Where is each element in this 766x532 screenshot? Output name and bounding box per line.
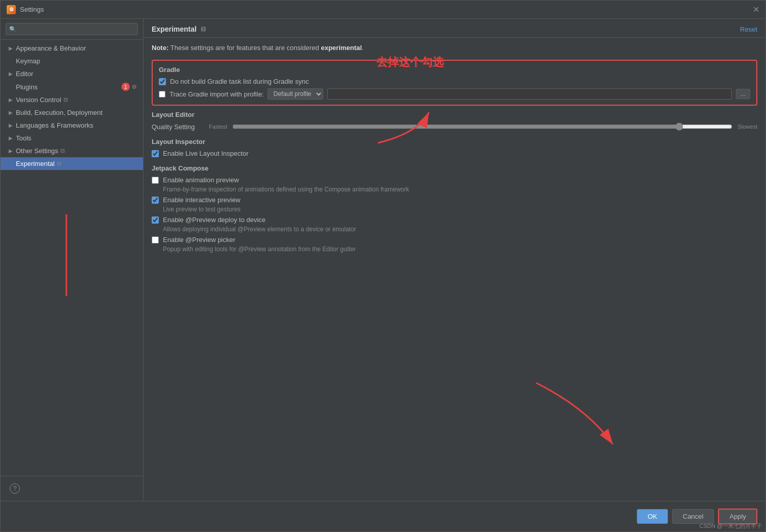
sidebar-item-version-control[interactable]: ▶ Version Control ⊟	[1, 93, 143, 106]
sidebar: 🔍 ▶ Appearance & Behavior Keymap ▶ Edito…	[1, 19, 143, 501]
settings-icon: ⊟	[60, 148, 65, 154]
preview-picker-checkbox[interactable]	[152, 236, 159, 244]
trace-checkbox[interactable]	[159, 91, 165, 98]
sidebar-item-other-settings[interactable]: ▶ Other Settings ⊟	[1, 144, 143, 157]
interactive-preview-sub: Live preview to test gestures	[163, 206, 757, 213]
sidebar-item-label: Build, Execution, Deployment	[16, 109, 103, 116]
layout-editor-section: Layout Editor Quality Setting Fastest Sl…	[152, 111, 757, 131]
sidebar-item-label: Plugins	[16, 83, 38, 91]
close-button[interactable]: ✕	[753, 5, 759, 14]
gradle-checkbox1[interactable]	[159, 78, 166, 85]
note-text: Note: These settings are for features th…	[152, 44, 757, 52]
restore-icon: ⊟	[201, 26, 206, 33]
animation-preview-row: Enable animation preview	[152, 176, 757, 184]
sidebar-item-build[interactable]: ▶ Build, Execution, Deployment	[1, 106, 143, 119]
deploy-device-sub: Allows deploying individual @Preview ele…	[163, 226, 757, 233]
experimental-icon: ⊟	[57, 160, 61, 167]
preview-picker-row: Enable @Preview picker	[152, 236, 757, 244]
live-layout-inspector-checkbox[interactable]	[152, 150, 159, 157]
deploy-device-label: Enable @Preview deploy to device	[163, 216, 266, 224]
animation-preview-label: Enable animation preview	[163, 176, 239, 184]
gradle-checkbox1-label: Do not build Gradle task list during Gra…	[170, 78, 309, 85]
live-layout-inspector-row: Enable Live Layout Inspector	[152, 150, 757, 157]
note-label: Note:	[152, 44, 169, 52]
quality-min-label: Fastest	[209, 124, 227, 130]
sidebar-item-keymap[interactable]: Keymap	[1, 55, 143, 67]
cancel-button[interactable]: Cancel	[672, 509, 714, 524]
animation-preview-checkbox[interactable]	[152, 177, 159, 184]
arrow-icon: ▶	[9, 123, 13, 128]
quality-slider[interactable]	[232, 123, 732, 131]
help-icon: ?	[10, 483, 20, 494]
jetpack-compose-title: Jetpack Compose	[152, 164, 757, 172]
settings-small-icon: ⚙	[132, 84, 137, 90]
arrow-icon: ▶	[9, 97, 13, 103]
arrow-icon: ▶	[9, 135, 13, 141]
window-title: Settings	[20, 6, 44, 13]
interactive-preview-label: Enable interactive preview	[163, 196, 241, 204]
quality-max-label: Slowest	[737, 124, 757, 130]
gradle-checkbox1-row: Do not build Gradle task list during Gra…	[159, 78, 750, 85]
arrow-icon: ▶	[9, 148, 13, 154]
arrow-icon: ▶	[9, 71, 13, 77]
trace-label: Trace Gradle import with profile:	[170, 90, 264, 98]
panel-title-text: Experimental	[152, 25, 197, 33]
vcs-icon: ⊟	[63, 96, 68, 103]
note-content: These settings are for features that are…	[171, 44, 321, 52]
panel-body: Note: These settings are for features th…	[143, 38, 765, 501]
panel-title: Experimental ⊟	[152, 25, 206, 33]
preview-picker-sub: Popup with editing tools for @Preview an…	[163, 246, 757, 253]
search-bar: 🔍	[1, 19, 143, 40]
sidebar-item-label: Other Settings	[16, 147, 58, 155]
search-wrapper: 🔍	[6, 23, 138, 35]
arrow-icon: ▶	[9, 110, 13, 115]
panel-header: Experimental ⊟ Reset	[143, 19, 765, 38]
interactive-preview-row: Enable interactive preview	[152, 196, 757, 204]
trace-row: Trace Gradle import with profile: Defaul…	[159, 88, 750, 100]
watermark: CSDN @一米七的月半子	[700, 522, 762, 530]
arrow-icon: ▶	[9, 45, 13, 51]
sidebar-item-plugins[interactable]: Plugins 1 ⚙	[1, 80, 143, 93]
gradle-title: Gradle	[159, 66, 750, 74]
animation-preview-sub: Frame-by-frame inspection of animations …	[163, 186, 757, 193]
sidebar-item-appearance[interactable]: ▶ Appearance & Behavior	[1, 42, 143, 55]
interactive-preview-checkbox[interactable]	[152, 197, 159, 204]
reset-button[interactable]: Reset	[740, 26, 757, 33]
sidebar-item-label: Appearance & Behavior	[16, 44, 86, 52]
title-bar: ⚙ Settings ✕	[1, 1, 765, 19]
sidebar-item-label: Languages & Frameworks	[16, 122, 93, 129]
sidebar-item-editor[interactable]: ▶ Editor	[1, 67, 143, 80]
jetpack-compose-section: Jetpack Compose Enable animation preview…	[152, 164, 757, 253]
ok-button[interactable]: OK	[637, 509, 668, 524]
preview-picker-label: Enable @Preview picker	[163, 236, 235, 244]
live-layout-inspector-label: Enable Live Layout Inspector	[163, 150, 249, 157]
sidebar-item-label: Version Control	[16, 96, 61, 104]
plugins-badge: 1	[122, 83, 130, 91]
help-button[interactable]: ?	[8, 481, 136, 496]
quality-label: Quality Setting	[152, 123, 203, 131]
sidebar-item-label: Editor	[16, 70, 33, 78]
quality-setting-row: Quality Setting Fastest Slowest	[152, 123, 757, 131]
browse-button[interactable]: ...	[736, 89, 750, 99]
sidebar-item-label: Tools	[16, 134, 31, 142]
sidebar-item-label: Experimental	[16, 160, 55, 167]
bottom-bar: OK Cancel Apply	[1, 501, 765, 531]
sidebar-item-languages[interactable]: ▶ Languages & Frameworks	[1, 119, 143, 132]
layout-inspector-title: Layout Inspector	[152, 138, 757, 146]
deploy-device-row: Enable @Preview deploy to device	[152, 216, 757, 224]
sidebar-item-label: Keymap	[16, 57, 40, 65]
slider-container: Fastest Slowest	[209, 123, 757, 131]
layout-inspector-section: Layout Inspector Enable Live Layout Insp…	[152, 138, 757, 157]
main-content: 🔍 ▶ Appearance & Behavior Keymap ▶ Edito…	[1, 19, 765, 501]
search-input[interactable]	[6, 23, 138, 35]
layout-editor-title: Layout Editor	[152, 111, 757, 118]
deploy-device-checkbox[interactable]	[152, 216, 159, 224]
trace-path-field[interactable]	[327, 88, 732, 100]
profile-dropdown[interactable]: Default profile	[268, 88, 323, 100]
sidebar-item-tools[interactable]: ▶ Tools	[1, 132, 143, 144]
sidebar-nav: ▶ Appearance & Behavior Keymap ▶ Editor …	[1, 40, 143, 476]
gradle-section: Gradle Do not build Gradle task list dur…	[152, 60, 757, 106]
note-period: .	[362, 44, 364, 52]
app-icon: ⚙	[7, 5, 16, 14]
sidebar-item-experimental[interactable]: Experimental ⊟	[1, 157, 143, 170]
